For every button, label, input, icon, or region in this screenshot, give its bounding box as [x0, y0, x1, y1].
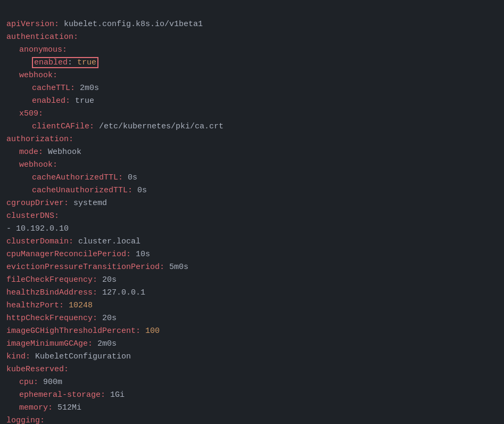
- code-line: webhook:: [6, 69, 498, 82]
- code-line: clusterDomain: cluster.local: [6, 235, 498, 248]
- code-line: x509:: [6, 108, 498, 120]
- yaml-value-string: 0s: [137, 186, 147, 195]
- yaml-value-string: 20s: [102, 314, 117, 323]
- code-line: logging:: [6, 414, 498, 424]
- yaml-colon: :: [93, 314, 102, 323]
- yaml-value-ip: 10.192.0.10: [16, 224, 69, 233]
- code-line: kind: KubeletConfiguration: [6, 350, 498, 363]
- code-line: cpu: 900m: [6, 376, 498, 389]
- yaml-key: healthzBindAddress: [6, 288, 93, 297]
- yaml-key: cpu: [19, 378, 34, 387]
- yaml-colon: :: [93, 275, 102, 284]
- yaml-colon: :: [126, 250, 136, 259]
- code-line: authorization:: [6, 133, 498, 146]
- yaml-colon: :: [160, 263, 169, 272]
- yaml-value-number: 10248: [69, 301, 93, 310]
- yaml-colon: :: [89, 122, 99, 131]
- yaml-value-bool: true: [75, 96, 94, 105]
- yaml-colon: :: [34, 378, 43, 387]
- yaml-key: mode: [19, 148, 38, 157]
- yaml-key: cacheUnauthorizedTTL: [32, 186, 128, 195]
- highlighted-field: enabled: true: [32, 57, 98, 68]
- code-line: httpCheckFrequency: 20s: [6, 312, 498, 325]
- yaml-value-string: 1Gi: [110, 390, 125, 399]
- yaml-colon: :: [64, 365, 69, 374]
- code-line: webhook:: [6, 159, 498, 172]
- yaml-value-string: KubeletConfiguration: [35, 352, 131, 361]
- yaml-key: kind: [6, 352, 26, 361]
- yaml-colon: :: [54, 211, 59, 221]
- yaml-value-string: 20s: [102, 275, 117, 284]
- code-line: - 10.192.0.10: [6, 223, 498, 235]
- yaml-key: cacheTTL: [32, 84, 70, 93]
- yaml-key: fileCheckFrequency: [6, 275, 93, 284]
- yaml-value-string: 2m0s: [80, 84, 99, 93]
- yaml-colon: :: [26, 352, 35, 361]
- code-line: cpuManagerReconcilePeriod: 10s: [6, 248, 498, 261]
- yaml-value-number: 100: [145, 327, 160, 336]
- yaml-value-string: systemd: [73, 199, 107, 208]
- yaml-key: kubeReserved: [6, 365, 64, 374]
- code-line: kubeReserved:: [6, 363, 498, 376]
- yaml-colon: :: [69, 135, 73, 144]
- yaml-colon: :: [48, 403, 57, 412]
- yaml-colon: :: [62, 45, 67, 54]
- yaml-value-string: 2m0s: [97, 339, 117, 348]
- yaml-key: apiVersion: [6, 20, 54, 29]
- yaml-value-string: Webhook: [48, 148, 81, 157]
- code-line: cgroupDriver: systemd: [6, 197, 498, 210]
- yaml-value-string: 127.0.0.1: [102, 288, 145, 297]
- yaml-colon: :: [53, 71, 57, 80]
- yaml-colon: :: [70, 84, 80, 93]
- yaml-key: ephemeral-storage: [19, 390, 101, 399]
- yaml-key: evictionPressureTransitionPeriod: [6, 263, 160, 272]
- yaml-value-string: 900m: [43, 378, 62, 387]
- code-line: cacheAuthorizedTTL: 0s: [6, 172, 498, 184]
- yaml-key: clientCAFile: [32, 122, 89, 131]
- yaml-value-string: 5m0s: [169, 263, 188, 272]
- yaml-colon: :: [53, 160, 57, 169]
- yaml-key: imageMinimumGCAge: [6, 339, 88, 348]
- code-line: clientCAFile: /etc/kubernetes/pki/ca.crt: [6, 120, 498, 133]
- code-line: anonymous:: [6, 44, 498, 56]
- yaml-colon: :: [69, 237, 78, 246]
- code-line: authentication:: [6, 31, 498, 44]
- code-line: cacheUnauthorizedTTL: 0s: [6, 184, 498, 197]
- yaml-colon: :: [118, 173, 128, 182]
- yaml-value-string: 10s: [136, 250, 150, 259]
- code-line: memory: 512Mi: [6, 402, 498, 414]
- code-line: enabled: true: [6, 56, 498, 69]
- yaml-colon: :: [101, 390, 110, 399]
- code-line: imageGCHighThresholdPercent: 100: [6, 325, 498, 338]
- yaml-colon: :: [73, 32, 78, 42]
- yaml-key: httpCheckFrequency: [6, 314, 93, 323]
- yaml-value-path: /etc/kubernetes/pki/ca.crt: [99, 122, 224, 131]
- yaml-colon: :: [128, 186, 137, 195]
- yaml-value-string: 512Mi: [57, 403, 81, 412]
- code-line: fileCheckFrequency: 20s: [6, 274, 498, 287]
- yaml-key: cgroupDriver: [6, 199, 64, 208]
- code-line: cacheTTL: 2m0s: [6, 82, 498, 95]
- code-line: enabled: true: [6, 95, 498, 108]
- yaml-key: x509: [19, 109, 38, 118]
- yaml-colon: :: [38, 148, 48, 157]
- yaml-key: memory: [19, 403, 48, 412]
- yaml-colon: :: [136, 327, 145, 336]
- yaml-key: clusterDNS: [6, 211, 54, 221]
- yaml-key: cacheAuthorizedTTL: [32, 173, 118, 182]
- yaml-key: cpuManagerReconcilePeriod: [6, 250, 126, 259]
- yaml-value-string: cluster.local: [78, 237, 141, 246]
- yaml-colon: :: [88, 339, 97, 348]
- yaml-colon: :: [59, 301, 69, 310]
- yaml-key: anonymous: [19, 45, 62, 54]
- code-line: imageMinimumGCAge: 2m0s: [6, 338, 498, 350]
- yaml-colon: :: [64, 199, 73, 208]
- yaml-dash: -: [6, 224, 16, 233]
- code-editor: apiVersion: kubelet.config.k8s.io/v1beta…: [6, 5, 498, 424]
- yaml-value-string: 0s: [128, 173, 137, 182]
- yaml-key: authorization: [6, 135, 69, 144]
- yaml-key: imageGCHighThresholdPercent: [6, 327, 136, 336]
- code-line: mode: Webhook: [6, 146, 498, 159]
- code-line: healthzBindAddress: 127.0.0.1: [6, 287, 498, 299]
- code-line: clusterDNS:: [6, 210, 498, 223]
